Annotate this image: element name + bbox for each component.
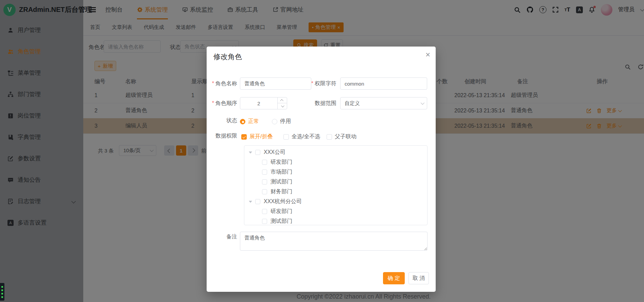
tree-node-dept[interactable]: 研发部门 <box>244 157 427 167</box>
tree-node-label: 测试部门 <box>271 218 292 225</box>
checkbox-select-all[interactable]: 全选/全不选 <box>283 133 320 140</box>
department-tree: XXX公司 研发部门 市场部门 测试部门 财务部门 XXX杭州分公司 <box>244 145 428 225</box>
tree-node-label: 研发部门 <box>271 208 292 215</box>
radio-icon <box>240 119 245 124</box>
required-mark: * <box>212 81 214 86</box>
radio-label: 正常 <box>248 118 259 125</box>
stepper-down-button[interactable] <box>277 103 287 109</box>
floating-widget[interactable] <box>0 283 4 301</box>
required-mark: * <box>311 81 313 86</box>
checkbox-icon <box>283 134 289 140</box>
tree-checkbox[interactable] <box>262 179 267 184</box>
confirm-button[interactable]: 确 定 <box>383 272 405 284</box>
role-sort-stepper[interactable]: 2 <box>240 97 287 109</box>
tree-node-label: 市场部门 <box>271 168 292 176</box>
tree-checkbox[interactable] <box>255 150 260 155</box>
tree-node-dept[interactable]: 财务部门 <box>244 187 427 197</box>
radio-status-disabled[interactable]: 停用 <box>272 118 291 125</box>
tree-checkbox[interactable] <box>262 219 267 224</box>
radio-label: 停用 <box>280 118 291 125</box>
tree-node-company[interactable]: XXX公司 <box>244 147 427 157</box>
status-label: 状态 <box>207 114 237 127</box>
role-name-label: *角色名称 <box>207 77 237 90</box>
app-root: V ZRAdmin.NET后台管理 控制台 系统管理 系统监控 <box>0 0 644 302</box>
tree-checkbox[interactable] <box>262 189 267 194</box>
role-key-label: *权限字符 <box>306 77 336 90</box>
radio-status-normal[interactable]: 正常 <box>240 118 259 125</box>
data-scope-select[interactable]: 自定义 <box>340 97 427 109</box>
stepper-up-button[interactable] <box>277 97 287 103</box>
tree-node-label: XXX公司 <box>264 149 285 156</box>
required-mark: * <box>212 100 214 106</box>
role-key-input[interactable] <box>340 77 427 90</box>
data-scope-label: 数据范围 <box>306 97 336 109</box>
checkbox-expand-collapse[interactable]: 展开/折叠 <box>241 133 273 140</box>
data-scope-value: 自定义 <box>345 100 360 107</box>
tree-checkbox[interactable] <box>255 199 260 204</box>
remark-textarea[interactable]: 普通角色 <box>240 232 428 251</box>
dialog-close-icon[interactable]: × <box>425 51 430 59</box>
chevron-down-icon <box>421 101 424 105</box>
tree-expand-icon[interactable] <box>249 201 252 203</box>
checkbox-label: 全选/全不选 <box>292 133 320 140</box>
radio-icon <box>272 119 277 124</box>
tree-checkbox[interactable] <box>262 170 267 175</box>
tree-node-dept[interactable]: 测试部门 <box>244 177 427 187</box>
edit-role-dialog: 修改角色 × *角色名称 *权限字符 *角色顺序 2 数据范围 自定义 状态 <box>207 47 436 292</box>
checkbox-label: 父子联动 <box>335 133 356 140</box>
role-sort-label: *角色顺序 <box>207 97 237 109</box>
tree-checkbox[interactable] <box>262 160 267 165</box>
tree-expand-icon[interactable] <box>249 152 252 154</box>
checkbox-label: 展开/折叠 <box>249 133 273 140</box>
tree-node-branch-company[interactable]: XXX杭州分公司 <box>244 197 427 207</box>
tree-node-dept[interactable]: 研发部门 <box>244 207 427 216</box>
remark-label: 备注 <box>207 232 237 242</box>
tree-node-label: 研发部门 <box>271 159 292 166</box>
cancel-button[interactable]: 取 消 <box>408 272 429 284</box>
tree-node-dept[interactable]: 市场部门 <box>244 167 427 177</box>
tree-node-label: 测试部门 <box>271 178 292 185</box>
dialog-title: 修改角色 <box>213 52 242 61</box>
data-permission-label: 数据权限 <box>207 130 237 142</box>
checkbox-parent-child-link[interactable]: 父子联动 <box>327 133 356 140</box>
checkbox-icon <box>327 134 332 140</box>
tree-node-label: 财务部门 <box>271 188 292 195</box>
tree-node-label: XXX杭州分公司 <box>264 198 302 205</box>
role-name-input[interactable] <box>240 77 311 90</box>
role-sort-value: 2 <box>240 97 277 109</box>
tree-node-dept[interactable]: 测试部门 <box>244 216 427 225</box>
checkbox-icon <box>241 134 247 140</box>
tree-checkbox[interactable] <box>262 209 267 214</box>
